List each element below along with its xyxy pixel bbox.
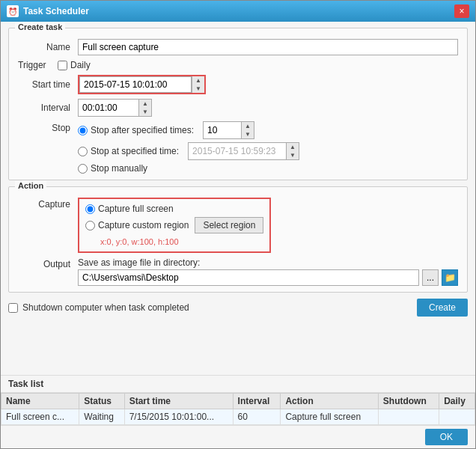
task-table: Name Status Start time Interval Action S…: [1, 393, 475, 425]
bottom-ok-bar: OK: [1, 425, 475, 448]
bottom-bar: Shutdown computer when task completed Cr…: [8, 299, 468, 317]
name-input[interactable]: [78, 39, 458, 55]
create-button[interactable]: Create: [417, 299, 468, 317]
stop-after-spinbox: ▲ ▼: [203, 121, 254, 139]
interval-up-btn[interactable]: ▲: [139, 100, 151, 108]
col-status: Status: [79, 394, 124, 409]
task-list-section: Task list Name Status Start time Interva…: [1, 375, 475, 448]
task-shutdown-cell: [378, 409, 439, 425]
table-row[interactable]: Full screen c... Waiting 7/15/2015 10:01…: [1, 409, 475, 425]
stop-at-label[interactable]: Stop at specified time:: [78, 146, 179, 156]
col-start-time: Start time: [124, 394, 233, 409]
daily-checkbox[interactable]: [58, 61, 67, 70]
col-interval: Interval: [233, 394, 281, 409]
region-hint-row: x:0, y:0, w:100, h:100: [85, 236, 263, 247]
output-desc: Save as image file in directory:: [78, 257, 458, 268]
title-bar: ⏰ Task Scheduler ×: [1, 1, 475, 22]
stop-manually-row: Stop manually: [78, 163, 299, 174]
action-title: Action: [15, 181, 46, 190]
title-bar-left: ⏰ Task Scheduler: [7, 5, 89, 17]
create-task-section: Create task Name Trigger Daily Start tim…: [8, 28, 468, 180]
stop-after-spin-buttons: ▲ ▼: [241, 122, 254, 138]
interval-spinbox: ▲ ▼: [78, 99, 152, 117]
shutdown-checkbox[interactable]: [8, 303, 18, 313]
output-content: Save as image file in directory: ... 📁: [78, 257, 458, 286]
region-hint: x:0, y:0, w:100, h:100: [100, 237, 179, 246]
app-icon: ⏰: [7, 5, 19, 17]
start-time-spin-buttons: ▲ ▼: [192, 76, 204, 93]
start-time-label: Start time: [18, 79, 78, 90]
start-time-down-btn[interactable]: ▼: [192, 85, 204, 93]
trigger-row: Trigger Daily: [18, 60, 458, 70]
window-title: Task Scheduler: [23, 6, 89, 16]
folder-icon: 📁: [445, 272, 456, 283]
output-path-row: ... 📁: [78, 269, 458, 286]
stop-after-down-btn[interactable]: ▼: [242, 130, 254, 138]
task-start-cell: 7/15/2015 10:01:00...: [124, 409, 233, 425]
ok-button[interactable]: OK: [425, 429, 468, 445]
output-row: Output Save as image file in directory: …: [18, 257, 458, 286]
start-time-spinbox: ▲ ▼: [78, 75, 206, 94]
interval-row: Interval ▲ ▼: [18, 99, 458, 117]
col-name: Name: [1, 394, 79, 409]
output-path-input[interactable]: [78, 269, 419, 286]
stop-at-spin-buttons: ▲ ▼: [286, 143, 299, 159]
stop-after-up-btn[interactable]: ▲: [242, 122, 254, 130]
shutdown-checkbox-label[interactable]: Shutdown computer when task completed: [8, 302, 189, 313]
task-table-body: Full screen c... Waiting 7/15/2015 10:01…: [1, 409, 475, 425]
output-label: Output: [18, 257, 78, 269]
main-content: Create task Name Trigger Daily Start tim…: [1, 22, 475, 375]
capture-label: Capture: [18, 198, 78, 210]
stop-at-input[interactable]: [189, 144, 286, 159]
task-table-header-row: Name Status Start time Interval Action S…: [1, 394, 475, 409]
capture-full-label[interactable]: Capture full screen: [85, 204, 174, 214]
capture-custom-row: Capture custom region Select region: [85, 217, 263, 233]
name-row: Name: [18, 39, 458, 55]
capture-full-radio[interactable]: [85, 204, 95, 214]
action-section: Action Capture Capture full screen Cap: [8, 186, 468, 293]
task-list-title: Task list: [1, 376, 475, 393]
capture-row: Capture Capture full screen Capture cust…: [18, 198, 458, 253]
stop-manually-radio[interactable]: [78, 164, 88, 174]
select-region-button[interactable]: Select region: [195, 217, 263, 233]
capture-options: Capture full screen Capture custom regio…: [78, 198, 271, 253]
task-table-header: Name Status Start time Interval Action S…: [1, 394, 475, 409]
create-task-title: Create task: [15, 22, 65, 31]
stop-at-spinbox: ▲ ▼: [188, 142, 299, 160]
stop-manually-label[interactable]: Stop manually: [78, 163, 147, 174]
col-daily: Daily: [439, 394, 475, 409]
stop-after-row: Stop after specified times: ▲ ▼: [78, 121, 299, 139]
interval-input[interactable]: [79, 100, 138, 115]
interval-down-btn[interactable]: ▼: [139, 108, 151, 116]
task-action-cell: Capture full screen: [281, 409, 378, 425]
stop-at-radio[interactable]: [78, 147, 88, 156]
daily-checkbox-label[interactable]: Daily: [58, 60, 91, 70]
start-time-input[interactable]: [79, 76, 192, 93]
stop-label: Stop: [18, 121, 78, 133]
interval-label: Interval: [18, 103, 78, 113]
stop-after-label[interactable]: Stop after specified times:: [78, 125, 194, 135]
task-name-cell: Full screen c...: [1, 409, 79, 425]
stop-options: Stop after specified times: ▲ ▼: [78, 121, 299, 174]
main-window: ⏰ Task Scheduler × Create task Name Trig…: [0, 0, 476, 449]
name-label: Name: [18, 42, 78, 52]
capture-custom-radio[interactable]: [85, 221, 95, 230]
capture-custom-label[interactable]: Capture custom region: [85, 220, 189, 230]
stop-at-down-btn[interactable]: ▼: [287, 151, 299, 159]
start-time-up-btn[interactable]: ▲: [192, 76, 204, 85]
trigger-label: Trigger: [18, 60, 52, 70]
stop-at-up-btn[interactable]: ▲: [287, 143, 299, 151]
capture-full-row: Capture full screen: [85, 204, 263, 214]
stop-after-input[interactable]: [204, 123, 241, 138]
browse-dots-button[interactable]: ...: [422, 269, 439, 286]
stop-at-row: Stop at specified time: ▲ ▼: [78, 142, 299, 160]
stop-row: Stop Stop after specified times: ▲ ▼: [18, 121, 458, 174]
browse-folder-button[interactable]: 📁: [442, 269, 458, 286]
stop-after-radio[interactable]: [78, 126, 88, 135]
col-action: Action: [281, 394, 378, 409]
task-interval-cell: 60: [233, 409, 281, 425]
start-time-row: Start time ▲ ▼: [18, 75, 458, 94]
col-shutdown: Shutdown: [378, 394, 439, 409]
task-daily-cell: [439, 409, 475, 425]
close-button[interactable]: ×: [454, 4, 469, 18]
